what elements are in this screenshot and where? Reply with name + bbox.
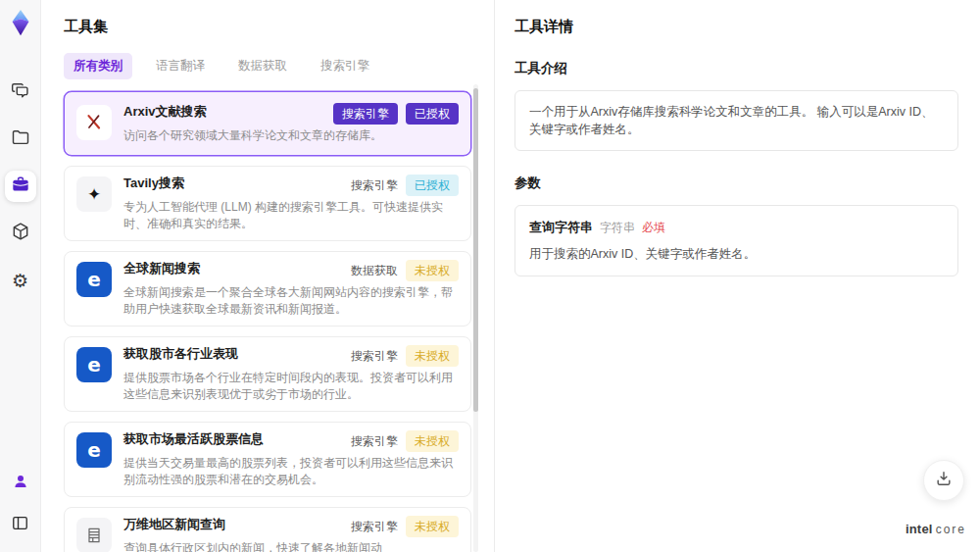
- category-badge: 搜索引擎: [333, 103, 398, 125]
- scrollbar-track: [473, 84, 478, 552]
- tab-all-categories[interactable]: 所有类别: [64, 53, 132, 79]
- auth-status-badge: 未授权: [406, 260, 459, 281]
- tool-description: 访问各个研究领域大量科学论文和文章的存储库。: [123, 127, 459, 144]
- intel-core-logo: intel core: [906, 522, 966, 536]
- tool-card-tavily[interactable]: ✦ Tavily搜索 搜索引擎 已授权 专为人工智能代理 (LLM) 构建的搜索…: [64, 166, 471, 241]
- tool-card-list: Arxiv文献搜索 搜索引擎 已授权 访问各个研究领域大量科学论文和文章的存储库…: [64, 91, 471, 552]
- intro-heading: 工具介绍: [514, 60, 958, 77]
- tool-name: Tavily搜索: [123, 175, 184, 192]
- finance-logo-icon: e: [76, 347, 112, 382]
- auth-status-badge: 未授权: [406, 430, 459, 452]
- app-logo-icon: [6, 8, 35, 37]
- briefcase-icon: [11, 175, 30, 198]
- collapse-sidebar-button[interactable]: [5, 509, 36, 540]
- arxiv-logo-icon: [76, 105, 112, 140]
- finance-logo-icon: e: [76, 262, 112, 297]
- sidebar-item-plugins[interactable]: [5, 218, 36, 249]
- tool-description: 全球新闻搜索是一个聚合全球各大新闻网站内容的搜索引擎，帮助用户快速获取全球最新资…: [123, 284, 459, 318]
- detail-title: 工具详情: [514, 18, 958, 36]
- tool-card-global-news[interactable]: e 全球新闻搜索 数据获取 未授权 全球新闻搜索是一个聚合全球各大新闻网站内容的…: [64, 251, 471, 326]
- user-avatar[interactable]: [5, 468, 36, 499]
- param-required-flag: 必填: [642, 220, 665, 236]
- tab-search-engine[interactable]: 搜索引擎: [311, 53, 379, 79]
- tool-card-active-stocks[interactable]: e 获取市场最活跃股票信息 搜索引擎 未授权 提供当天交易量最高的股票列表，投资…: [64, 422, 471, 497]
- tool-card-regional-news[interactable]: 万维地区新闻查询 搜索引擎 未授权 查询具体行政区划内的新闻，快速了解各地新闻动: [64, 507, 471, 552]
- category-label: 搜索引擎: [351, 348, 398, 365]
- param-description: 用于搜索的Arxiv ID、关键字或作者姓名。: [529, 246, 944, 263]
- auth-status-badge: 已授权: [406, 103, 459, 125]
- auth-status-badge: 已授权: [406, 175, 459, 196]
- sidebar-item-settings[interactable]: ⚙: [5, 265, 36, 296]
- tool-name: Arxiv文献搜索: [123, 103, 207, 121]
- category-label: 搜索引擎: [351, 433, 398, 450]
- download-button[interactable]: [923, 460, 964, 501]
- tool-description: 提供股票市场各个行业在特定时间段内的表现。投资者可以利用这些信息来识别表现优于或…: [123, 370, 459, 403]
- tool-detail-panel: 工具详情 工具介绍 一个用于从Arxiv存储库搜索科学论文和文章的工具。 输入可…: [494, 0, 980, 552]
- panel-collapse-icon: [11, 514, 29, 536]
- auth-status-badge: 未授权: [406, 516, 459, 537]
- tab-data-acquisition[interactable]: 数据获取: [228, 53, 297, 79]
- parameter-item: 查询字符串 字符串 必填 用于搜索的Arxiv ID、关键字或作者姓名。: [514, 205, 958, 276]
- param-type: 字符串: [600, 220, 635, 236]
- params-heading: 参数: [514, 175, 958, 192]
- tool-name: 全球新闻搜索: [123, 260, 200, 277]
- sidebar-item-tools[interactable]: [5, 171, 36, 202]
- scrollbar-thumb[interactable]: [473, 88, 478, 412]
- brand-intel-text: intel: [906, 522, 933, 536]
- tool-description: 专为人工智能代理 (LLM) 构建的搜索引擎工具。可快速提供实时、准确和真实的结…: [123, 199, 459, 232]
- category-label: 搜索引擎: [351, 177, 398, 194]
- category-label: 搜索引擎: [351, 519, 398, 535]
- tavily-star-icon: ✦: [76, 176, 112, 212]
- tool-card-sector-performance[interactable]: e 获取股市各行业表现 搜索引擎 未授权 提供股票市场各个行业在特定时间段内的表…: [64, 336, 471, 412]
- folder-icon: [11, 127, 30, 151]
- tool-intro-text: 一个用于从Arxiv存储库搜索科学论文和文章的工具。 输入可以是Arxiv ID…: [514, 90, 958, 151]
- sidebar-item-chat[interactable]: [5, 76, 36, 108]
- sidebar-item-files[interactable]: [5, 124, 36, 155]
- user-icon: [12, 473, 29, 494]
- tab-language-translation[interactable]: 语言翻译: [146, 53, 215, 79]
- tool-name: 获取股市各行业表现: [123, 345, 238, 363]
- category-label: 数据获取: [351, 263, 398, 279]
- tool-list-panel: 工具集 所有类别 语言翻译 数据获取 搜索引擎 Arxiv文献搜索 搜索引擎 已…: [42, 0, 493, 552]
- tool-card-arxiv[interactable]: Arxiv文献搜索 搜索引擎 已授权 访问各个研究领域大量科学论文和文章的存储库…: [64, 91, 471, 156]
- tool-description: 提供当天交易量最高的股票列表，投资者可以利用这些信息来识别流动性强的股票和潜在的…: [123, 455, 459, 488]
- sidebar: ⚙: [0, 0, 41, 552]
- auth-status-badge: 未授权: [406, 345, 459, 367]
- tool-name: 获取市场最活跃股票信息: [123, 430, 264, 448]
- category-tabs: 所有类别 语言翻译 数据获取 搜索引擎: [64, 53, 493, 79]
- chat-icon: [11, 80, 30, 104]
- tool-description: 查询具体行政区划内的新闻，快速了解各地新闻动: [123, 540, 459, 552]
- page-title: 工具集: [64, 18, 493, 36]
- tool-name: 万维地区新闻查询: [123, 516, 225, 533]
- brand-core-text: core: [936, 523, 966, 536]
- cube-icon: [11, 222, 30, 245]
- param-name: 查询字符串: [529, 219, 593, 236]
- finance-logo-icon: e: [76, 432, 112, 468]
- download-icon: [934, 469, 954, 492]
- building-icon: [76, 518, 112, 552]
- gear-icon: ⚙: [12, 272, 28, 290]
